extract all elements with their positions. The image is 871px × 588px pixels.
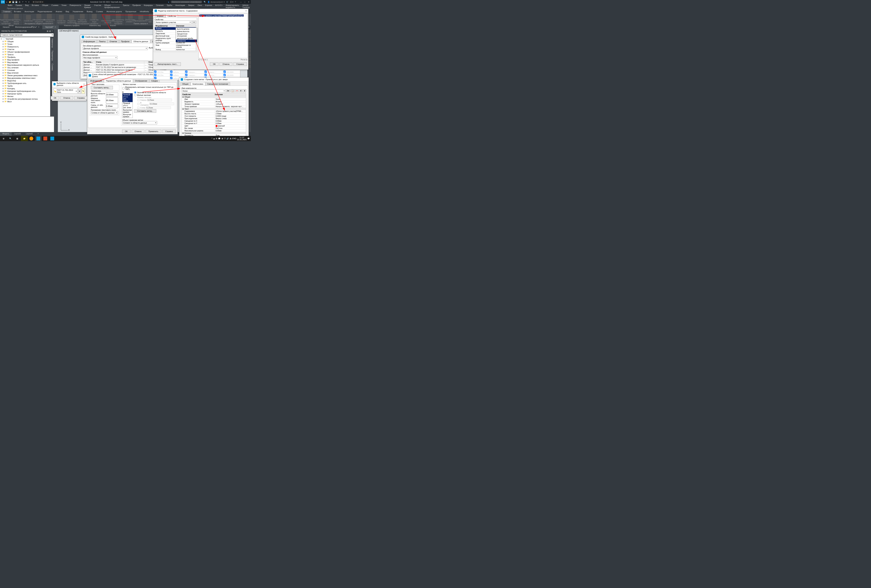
search-icon[interactable]: 🔍 <box>204 1 206 3</box>
ribbon-button[interactable]: Свойства <box>24 15 33 22</box>
tree-item[interactable]: 📁 Напорная труба <box>0 92 50 95</box>
list-item[interactable]: Выпуклая кривая <box>123 109 133 113</box>
tree-item[interactable]: 📁 Участок <box>0 48 50 51</box>
insert-property-button[interactable]: ➪ <box>192 21 196 24</box>
property-row[interactable]: Угол поворота0.0000 (град) <box>182 115 246 117</box>
ribbon-tab[interactable]: Управление <box>71 10 85 13</box>
dropdown-item[interactable]: процентное отношение <box>176 33 197 37</box>
ribbon-button[interactable]: Изолировать объекты <box>45 14 54 22</box>
menu-профили[interactable]: Профили <box>131 4 142 7</box>
tray-date[interactable]: 21.01.2021 <box>237 139 247 141</box>
property-row[interactable]: ИмяУклон <box>182 98 246 100</box>
qat-plot-icon[interactable]: 🖶 <box>18 0 21 3</box>
ribbon-button[interactable]: Свойства вида профиля <box>89 14 99 25</box>
ribbon-tab[interactable]: Вывод <box>85 10 94 13</box>
close-icon[interactable]: ✕ <box>54 26 56 28</box>
layout-tab[interactable]: Layout2 <box>24 132 35 136</box>
tree-item[interactable]: 📁 Профиль <box>0 56 50 58</box>
dialog-tab[interactable]: Пикеты <box>97 40 108 43</box>
menu-трассы[interactable]: Трассы <box>121 4 131 7</box>
taskbar-powerpoint-icon[interactable] <box>42 136 49 141</box>
property-row[interactable]: ПрисоединениеВверху слева <box>182 117 246 120</box>
property-row[interactable]: ВидимостьИстина <box>182 100 246 103</box>
tick-mid-checkbox[interactable]: В середине <box>137 102 174 106</box>
tree-root[interactable]: 📄 Чертеж6 <box>0 37 50 40</box>
tray-network-icon[interactable]: 🖧 <box>230 138 232 139</box>
tree-item[interactable]: 📁 Мост <box>0 100 50 103</box>
start-button[interactable]: ⊞ <box>0 136 7 141</box>
info-icon[interactable]: ▸ <box>168 1 169 3</box>
ribbon-button[interactable]: Обозреватель объектов <box>34 14 44 22</box>
ок-button[interactable]: ОК <box>210 62 218 66</box>
tree-item[interactable]: 📁 Сечение <box>0 69 50 72</box>
ribbon-tab[interactable]: Редактирование <box>36 10 54 13</box>
отмена-button[interactable]: Отмена <box>132 130 144 133</box>
tree-item[interactable]: 📁 Вид возвышения наружного рельса <box>0 64 50 66</box>
dropdown-item[interactable]: десятичная дробь <box>176 37 197 40</box>
tick-bot-checkbox[interactable]: Снизу <box>137 106 174 109</box>
ribbon-button[interactable]: Отслеживание пикетов <box>103 15 113 24</box>
ribbon-tab[interactable]: Прозрачные <box>124 10 138 13</box>
toolspace-tree[interactable]: 📄 Чертеж6📁 Общие📁 Точка📁 Поверхность📁 Уч… <box>0 37 50 117</box>
delete-component-button[interactable]: ✕ <box>235 89 239 93</box>
ок-button[interactable]: ОК <box>51 96 59 100</box>
text-width-input[interactable] <box>106 97 118 103</box>
viewport-label[interactable]: [-][Сверху][2D-каркас] <box>59 30 78 32</box>
style-pick-button[interactable]: ✎ <box>82 88 85 94</box>
add-layout-icon[interactable]: + <box>35 132 41 136</box>
ribbon-button[interactable]: Добавить метки видов <box>12 14 21 25</box>
list-item[interactable]: Прямой уч-к с укл. вверх <box>123 93 133 102</box>
qat-more-icon[interactable]: ▾ <box>27 0 30 3</box>
dialog-tab[interactable]: Информация <box>81 40 97 43</box>
menu-инвертировать видимость[interactable]: Инвертировать видимость <box>224 4 240 7</box>
ribbon-button[interactable]: Инструменты создания профиля <box>114 14 123 25</box>
toolspace-view-combo[interactable]: Главное представление▾ <box>0 33 54 37</box>
menu-съемка[interactable]: Съемка <box>50 4 60 7</box>
menu-сечения[interactable]: Сечения <box>154 4 165 7</box>
отмена-button[interactable]: Отмена <box>60 96 73 100</box>
close-icon[interactable]: ✕ <box>245 10 247 12</box>
minimize-icon[interactable]: — <box>239 1 242 3</box>
tree-item[interactable]: 📁 Общие <box>0 40 50 43</box>
dialog-tab[interactable]: Общие <box>180 82 190 85</box>
property-row[interactable]: Высота текста2.50мм <box>182 112 246 115</box>
property-combo[interactable]: Уклон прямого участка▾ <box>155 21 192 24</box>
tree-item[interactable]: 📁 Трасса <box>0 53 50 56</box>
menu-запрос[interactable]: Запрос <box>187 4 196 7</box>
maximize-icon[interactable]: □ <box>243 1 246 3</box>
system-tray[interactable]: ^ ☁⚙💬🖥🛡🔊 🖧 ENG 11:37 21.01.2021 💬 <box>211 136 251 141</box>
tree-item[interactable]: 📁 Напорная трубопроводная сеть <box>0 90 50 92</box>
tree-item[interactable]: 📁 Линия диаграммы земляных масс <box>0 74 50 77</box>
modifier-grid[interactable]: МодификаторЗначение Форматпромилле ▾Точн… <box>155 25 196 51</box>
style-combo[interactable]: 📐ГОСТ 21.701-2013 Укло▾ <box>54 88 78 94</box>
component-name-combo[interactable]: Уклон▾ <box>181 89 226 93</box>
menu-правка[interactable]: Правка <box>14 4 23 7</box>
menu-вставка[interactable]: Вставка <box>30 4 40 7</box>
tray-time[interactable]: 11:37 <box>237 136 247 139</box>
order-down-button[interactable]: ⬇ <box>243 89 246 93</box>
doc-tab[interactable]: ЖелезнодорожныйПуть*✕ <box>12 25 42 29</box>
toolspace-icon-2[interactable]: ▦ <box>49 30 51 32</box>
workspace-combo[interactable]: ⚙ Civil 3D ▾ <box>32 1 44 3</box>
menu-файл[interactable]: Файл <box>6 4 14 7</box>
layout-tab[interactable]: Layout1 <box>12 132 23 136</box>
dialog-tab[interactable]: Свойства <box>166 14 178 18</box>
taskbar-search-icon[interactable]: 🔍 <box>7 136 14 141</box>
band-height-input[interactable] <box>106 93 118 97</box>
ribbon-button[interactable]: Спроецировать… <box>136 15 146 22</box>
list-item[interactable]: Прямой уч-к с укл. вниз <box>123 102 133 109</box>
small-ticks-radio[interactable]: Малые засечки: <box>134 94 174 96</box>
table-row[interactable]: 100.00м Кабель Поверхн… Проектн… 100.000… <box>154 73 240 77</box>
tree-item[interactable]: 📁 Ось сечения <box>0 66 50 69</box>
location-combo[interactable]: Низ вида профиля▾ <box>82 56 117 59</box>
ribbon-tab[interactable]: Вид <box>64 10 71 13</box>
preview-area[interactable]: Уклон прямого участка(FPMill|P2|RN|AP|Sn… <box>198 13 247 58</box>
offset-input[interactable] <box>106 104 118 108</box>
ribbon-button[interactable]: Свойства профиля <box>57 15 66 24</box>
menu-окно[interactable]: Окно <box>196 4 204 7</box>
table-row[interactable]: 100.00м Кабель Поверхн… Проектн… 100.000… <box>154 70 240 73</box>
property-row[interactable]: Элемент привязки<объект> <box>182 103 246 105</box>
dialog-tab[interactable]: Смещенное положение <box>205 82 230 85</box>
tree-item[interactable]: 📁 Труба <box>0 84 50 87</box>
menu-участки[interactable]: Участки <box>93 4 102 7</box>
